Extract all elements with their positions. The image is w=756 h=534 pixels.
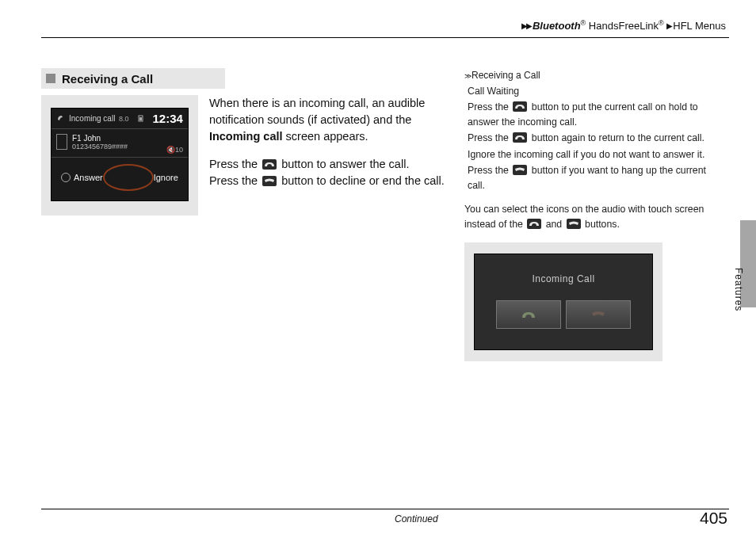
clock: 12:34 [153,112,183,125]
rotary-dial-icon [103,164,154,191]
touchscreen-screenshot: Incoming Call [464,242,662,361]
side-l5mid: and [543,219,564,230]
svg-rect-1 [139,117,142,120]
answer-handset-icon [61,173,71,182]
answer-button[interactable]: Answer [74,173,103,182]
phone-status-icon [56,114,64,124]
sidebar-header-text: Receiving a Call [472,70,540,81]
pickup-button-icon [527,219,541,229]
body-p1-bold: Incoming call [209,130,283,143]
incoming-call-label: Incoming call [69,114,115,123]
side-l2a: Press the [468,132,511,143]
phone-device-icon [56,134,67,150]
breadcrumb-menus: HFL Menus [673,20,726,32]
side-l4a: Press the [468,165,511,176]
side-l5b: buttons. [582,219,620,230]
volume-icon: 🔇 [166,146,175,154]
sidebar-header: ≫Receiving a Call [464,68,726,82]
body-p2a: Press the [209,158,261,170]
section-bullet-icon [46,74,55,83]
side-l2b: button again to return to the current ca… [529,132,704,143]
sidebar: ≫Receiving a Call Call Waiting Press the… [464,68,726,361]
section-title: Receiving a Call [62,72,153,86]
hangup-button-icon [513,165,527,175]
pickup-button-icon [513,132,527,143]
volume-value: 10 [175,146,183,154]
footer-rule [41,509,729,509]
hangup-button-icon [567,219,581,229]
side-l1a: Press the [468,101,511,113]
body-p2b: button to answer the call. [278,158,409,170]
body-p3b: button to decline or end the call. [278,174,445,187]
continued-label: Continued [395,513,438,524]
body-p1a: When there is an incoming call, an audib… [209,97,425,126]
incoming-call-screenshot: Incoming call 8.0 12:34 F1 John 01234 [41,95,198,216]
breadcrumb-hfl: HandsFreeLink [589,20,659,32]
pickup-button-icon [513,101,527,112]
caller-name: F1 John [72,134,181,143]
body-p3a: Press the [209,174,261,187]
signal-indicator: 8.0 [119,115,129,123]
pickup-button-icon [262,159,277,170]
touch-incoming-label: Incoming Call [487,272,640,286]
ignore-button[interactable]: Ignore [154,173,178,182]
page-number: 405 [700,509,727,528]
section-header: Receiving a Call [41,68,225,89]
body-p1c: screen appears. [283,130,368,143]
battery-icon [137,114,145,124]
header-rule [41,37,729,38]
side-tab-label: Features [733,268,744,311]
breadcrumb: ▶▶Bluetooth® HandsFreeLink® ▶HFL Menus [521,19,726,32]
caller-number: 0123456789#### [72,143,181,151]
call-waiting-label: Call Waiting [468,84,726,98]
touch-decline-button[interactable] [566,300,631,329]
body-text: When there is an incoming call, an audib… [209,95,461,216]
touch-answer-button[interactable] [496,300,561,329]
main-content: Receiving a Call Incoming call [41,68,461,216]
breadcrumb-bluetooth: Bluetooth [533,20,581,32]
side-l3: Ignore the incoming call if you do not w… [468,147,726,162]
hangup-button-icon [262,176,277,186]
